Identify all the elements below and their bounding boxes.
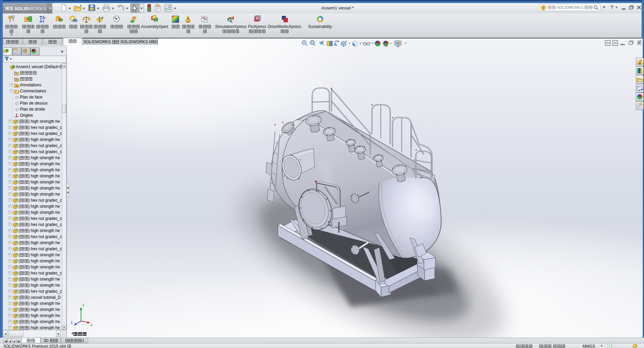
svg-text:X: X <box>90 323 93 327</box>
svg-text:?: ? <box>542 6 544 10</box>
svg-text:Z: Z <box>71 321 73 324</box>
svg-text:?: ? <box>608 344 610 348</box>
svg-text:Y: Y <box>82 304 85 308</box>
svg-text:A: A <box>16 84 18 88</box>
svg-text:A: A <box>334 42 337 47</box>
